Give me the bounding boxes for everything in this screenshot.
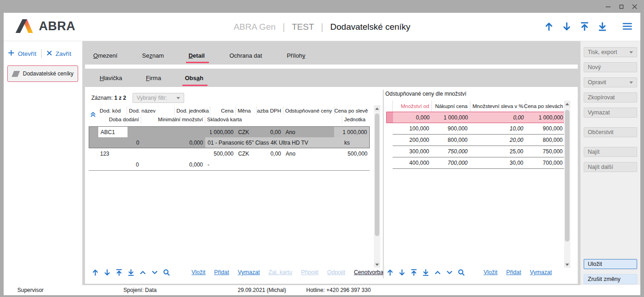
- button-label: Tisk, export: [588, 49, 617, 55]
- column-header[interactable]: Dod. kód: [98, 106, 127, 115]
- search-icon[interactable]: [458, 269, 465, 276]
- action-sidebar: Tisk, exportNovýOpravitZkopírovatVymazat…: [580, 41, 640, 285]
- quantity-price-row[interactable]: 0,0001 000,0000,001 000,000: [386, 112, 565, 123]
- title-separator: |: [282, 22, 285, 32]
- column-header[interactable]: Dod. název: [127, 106, 175, 115]
- main-tabstrip: OmezeníSeznamDetailOchrana datPřílohy: [92, 47, 306, 64]
- cell-nakupni_cena: 750,000: [432, 146, 470, 157]
- scrollbar-thumb[interactable]: [565, 110, 569, 242]
- subtab-obsah[interactable]: Obsah: [184, 69, 204, 87]
- maximize-icon[interactable]: [617, 2, 625, 11]
- expand-icon[interactable]: [446, 269, 453, 276]
- cenotvorba-link[interactable]: Cenotvorba: [354, 269, 383, 275]
- search-icon[interactable]: [163, 269, 170, 276]
- next-record-icon[interactable]: [562, 22, 572, 32]
- column-header[interactable]: Skladová karta: [205, 115, 342, 124]
- tab-ochrana-dat[interactable]: Ochrana dat: [229, 47, 263, 64]
- column-header[interactable]: Množstevní sleva v %: [470, 101, 526, 112]
- row-gutter: [89, 127, 98, 137]
- move-first-icon[interactable]: [115, 269, 123, 276]
- pripojit-link: Připojit: [301, 269, 319, 275]
- column-header[interactable]: Množství od: [393, 101, 432, 112]
- column-header[interactable]: Cena po slevě: [335, 106, 370, 115]
- last-record-icon[interactable]: [597, 22, 607, 32]
- expand-icon[interactable]: [151, 269, 159, 276]
- open-button-label: Otevřít: [18, 50, 37, 57]
- zkopirovat-button[interactable]: Zkopírovat: [584, 92, 637, 103]
- column-header[interactable]: Jednotka: [342, 115, 370, 124]
- cell-sleva: 10,00: [470, 123, 526, 134]
- pricelist-scrollbar[interactable]: [374, 105, 380, 268]
- open-button[interactable]: Otevřít: [8, 49, 37, 58]
- button-label: Nový: [588, 64, 601, 70]
- selected-filter-dropdown[interactable]: Vybraný filtr:: [133, 93, 184, 103]
- tisk-export-button[interactable]: Tisk, export: [584, 47, 637, 57]
- quantity-price-row[interactable]: 300,000750,00025,00750,000: [386, 146, 565, 157]
- button-label: Vymazat: [588, 109, 610, 116]
- move-down-icon[interactable]: [398, 269, 406, 276]
- move-last-icon[interactable]: [422, 269, 430, 276]
- opravit-button[interactable]: Opravit: [584, 77, 637, 87]
- tab-detail[interactable]: Detail: [187, 47, 205, 64]
- vymazat-button[interactable]: Vymazat: [584, 108, 637, 118]
- column-header[interactable]: Odstupňované ceny: [283, 106, 335, 115]
- vymazat-link[interactable]: Vymazat: [238, 269, 260, 275]
- tab-seznam[interactable]: Seznam: [141, 47, 165, 64]
- tab-omezeni[interactable]: Omezení: [92, 47, 118, 64]
- pricelist-row[interactable]: ABC11 000,000CZK0,00Ano1 000,00000,00001…: [89, 126, 370, 148]
- subtab-hlavicka[interactable]: Hlavička: [99, 69, 123, 87]
- first-record-icon[interactable]: [580, 22, 590, 32]
- tab-prilohy[interactable]: Přílohy: [286, 47, 306, 64]
- pridat-link[interactable]: Přidat: [506, 269, 522, 275]
- prev-record-icon[interactable]: [544, 22, 554, 32]
- cell-mnozstvi_od: 200,000: [393, 135, 432, 146]
- move-up-icon[interactable]: [386, 269, 394, 276]
- collapse-icon[interactable]: [434, 269, 442, 276]
- column-header[interactable]: Sazba DPH: [257, 106, 283, 115]
- close-icon[interactable]: [630, 2, 639, 11]
- cell-nakupni_cena: 800,000: [432, 135, 470, 146]
- quantity-price-row[interactable]: 400,000700,00030,00700,000: [386, 157, 565, 169]
- page-title: Dodavatelské ceníky: [330, 22, 410, 32]
- column-header[interactable]: Cena po slevách: [526, 101, 565, 112]
- content-panel: Záznam: 1 z 2 Vybraný filtr: Dod. kódDod…: [85, 87, 578, 284]
- detail-tabstrip: HlavičkaFirmaObsah: [99, 69, 204, 87]
- obcerstvit-button[interactable]: Občerstvit: [584, 127, 637, 137]
- vlozit-link[interactable]: Vložit: [192, 269, 206, 275]
- move-last-icon[interactable]: [127, 269, 135, 276]
- column-header[interactable]: Cena: [210, 106, 236, 115]
- scroll-up-icon[interactable]: [374, 105, 380, 112]
- zrusit-zmeny-button[interactable]: Zrušit změny: [584, 274, 637, 284]
- column-header[interactable]: Měna: [236, 106, 257, 115]
- column-header[interactable]: Doba dodání: [98, 115, 141, 124]
- pridat-link[interactable]: Přidat: [214, 269, 229, 275]
- novy-button[interactable]: Nový: [584, 62, 637, 72]
- scroll-down-icon[interactable]: [564, 261, 570, 268]
- collapse-icon[interactable]: [139, 269, 147, 276]
- column-header[interactable]: Nákupní cena: [432, 101, 470, 112]
- cell-minimalni_mnozstvi: 0,000: [142, 137, 206, 148]
- minimize-icon[interactable]: [604, 2, 612, 11]
- scrollbar-thumb[interactable]: [375, 113, 379, 236]
- open-document-tab[interactable]: Dodavatelské ceníky: [7, 65, 78, 82]
- vymazat-link[interactable]: Vymazat: [530, 269, 552, 275]
- menu-icon[interactable]: [622, 21, 633, 32]
- ulozit-button[interactable]: Uložit: [584, 259, 637, 269]
- quantity-scrollbar[interactable]: [564, 101, 570, 268]
- move-first-icon[interactable]: [410, 269, 418, 276]
- move-down-icon[interactable]: [103, 269, 111, 276]
- row-gutter: [89, 159, 98, 170]
- column-header[interactable]: Dod. jednotka: [175, 106, 210, 115]
- najit-dalsi-button[interactable]: Najít další: [584, 162, 637, 172]
- subtab-firma[interactable]: Firma: [145, 69, 162, 87]
- close-tab-button[interactable]: Zavřít: [46, 50, 72, 58]
- najit-button[interactable]: Najít: [584, 147, 637, 157]
- column-header[interactable]: Minimální množství: [141, 115, 205, 124]
- move-up-icon[interactable]: [91, 269, 99, 276]
- scroll-up-icon[interactable]: [564, 101, 570, 107]
- quantity-price-row[interactable]: 100,000900,00010,00900,000: [386, 123, 565, 135]
- quantity-price-row[interactable]: 200,000800,00020,00800,000: [386, 135, 565, 146]
- pricelist-row[interactable]: 123500,000CZK0,00Ano500,00000,000-: [89, 148, 370, 171]
- header-gutter: [386, 101, 393, 112]
- vlozit-link[interactable]: Vložit: [484, 269, 498, 275]
